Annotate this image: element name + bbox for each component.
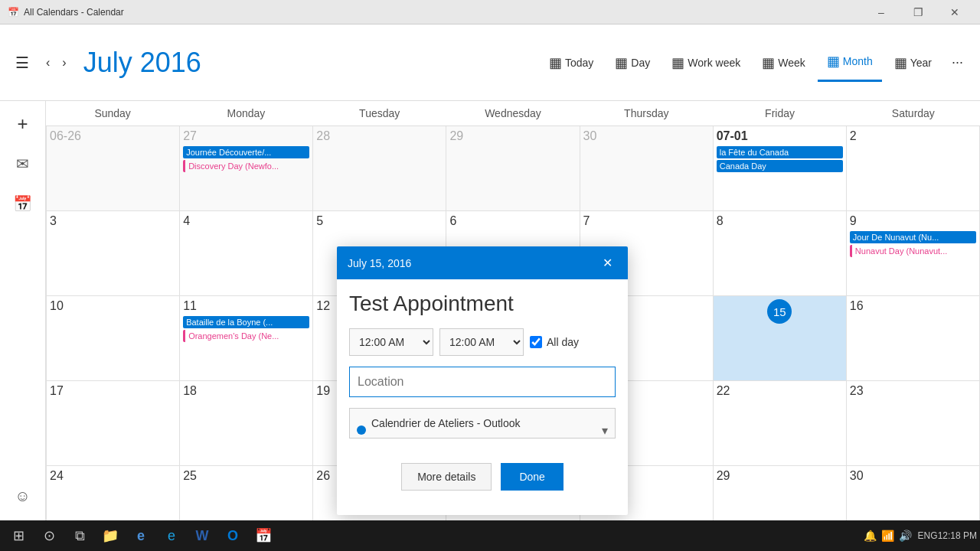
cell-date: 29 (449, 129, 576, 143)
cell-date: 4 (183, 214, 309, 228)
appointment-title: Test Appointment (349, 292, 616, 316)
calendar-cell-11[interactable]: 11 Bataille de la Boyne (... Orangemen's… (180, 296, 313, 381)
today-button[interactable]: ▦ Today (540, 44, 603, 82)
calendar-cell-04[interactable]: 4 (180, 211, 313, 296)
calendar-cell-0626[interactable]: 06-26 (47, 126, 180, 211)
restore-button[interactable]: ❐ (900, 0, 936, 24)
calendar-cell-03[interactable]: 3 (47, 211, 180, 296)
allday-checkbox[interactable] (530, 336, 542, 348)
network-icon: 📶 (881, 530, 894, 542)
notification-icon[interactable]: 🔔 (864, 530, 877, 542)
toolbar-left: ☰ ‹ › July 2016 (9, 47, 534, 79)
end-time-select[interactable]: 12:00 AM 12:30 AM 1:00 AM (439, 328, 524, 356)
calendar-cell-09[interactable]: 9 Jour De Nunavut (Nu... Nunavut Day (Nu… (847, 211, 980, 296)
cell-date: 06-26 (50, 129, 176, 143)
next-button[interactable]: › (57, 53, 70, 73)
done-button[interactable]: Done (501, 463, 563, 491)
calendar-select[interactable]: Calendrier de Ateliers - Outlook (349, 408, 616, 439)
week-icon: ▦ (762, 54, 775, 71)
year-icon: ▦ (894, 54, 907, 71)
calendar-cell-22[interactable]: 22 (714, 381, 847, 466)
add-event-button[interactable]: + (8, 109, 38, 139)
calendar-cell-29prev[interactable]: 29 (446, 126, 580, 211)
event-item[interactable]: Canada Day (717, 160, 843, 172)
day-button[interactable]: ▦ Day (606, 44, 659, 82)
location-input[interactable] (349, 367, 616, 397)
event-item[interactable]: Orangemen's Day (Ne... (183, 330, 309, 342)
nav-arrows: ‹ › (41, 53, 71, 73)
sidebar-mail-button[interactable]: ✉ (8, 148, 38, 179)
cell-date: 10 (50, 299, 176, 313)
modal-time-row: 12:00 AM 12:30 AM 1:00 AM 12:00 AM 12:30… (349, 328, 616, 356)
calendar-cell-15[interactable]: 15 (714, 296, 847, 381)
title-bar-title: All Calendars - Calendar (24, 7, 864, 18)
calendar-cell-30prev[interactable]: 30 (580, 126, 714, 211)
header-wednesday: Wednesday (446, 101, 580, 126)
cell-date: 30 (583, 129, 710, 143)
calendar-cell-17[interactable]: 17 (47, 381, 180, 466)
cell-date: 5 (316, 214, 443, 228)
calendar-cell-27prev[interactable]: 27 Journée Découverte/... Discovery Day … (180, 126, 313, 211)
volume-icon[interactable]: 🔊 (899, 530, 912, 542)
workweek-button[interactable]: ▦ Work week (662, 44, 750, 82)
week-button[interactable]: ▦ Week (753, 44, 815, 82)
prev-button[interactable]: ‹ (41, 53, 54, 73)
toolbar-right: ▦ Today ▦ Day ▦ Work week ▦ Week ▦ Month… (540, 44, 971, 82)
event-item[interactable]: Jour De Nunavut (Nu... (850, 231, 976, 243)
word-button[interactable]: W (187, 520, 217, 551)
event-item[interactable]: Journée Découverte/... (183, 146, 309, 158)
year-label: Year (910, 57, 932, 69)
cell-date: 23 (850, 384, 976, 398)
minimize-button[interactable]: – (864, 0, 899, 24)
title-bar: 📅 All Calendars - Calendar – ❐ ✕ (0, 0, 980, 24)
task-view-button[interactable]: ⧉ (64, 520, 95, 551)
calendar-cell-23[interactable]: 23 (847, 381, 980, 466)
header-saturday: Saturday (847, 101, 980, 126)
cell-date: 7 (583, 214, 710, 228)
explorer-button[interactable]: 📁 (95, 520, 126, 551)
close-button[interactable]: ✕ (937, 0, 972, 24)
sidebar-calendar-button[interactable]: 📅 (8, 188, 38, 219)
main-content: + ✉ 📅 ☺ ⚙ Sunday Monday Tuesday Wednesda… (0, 101, 980, 551)
search-button[interactable]: ⊙ (34, 520, 64, 551)
cell-date: 8 (717, 214, 843, 228)
header-tuesday: Tuesday (313, 101, 446, 126)
calendar-cell-08[interactable]: 8 (714, 211, 847, 296)
cell-date: 22 (717, 384, 843, 398)
cell-date: 30 (850, 469, 976, 483)
start-time-select[interactable]: 12:00 AM 12:30 AM 1:00 AM (349, 328, 433, 356)
cell-date-today: 15 (767, 299, 792, 324)
hamburger-button[interactable]: ☰ (9, 47, 35, 78)
event-item[interactable]: Discovery Day (Newfo... (183, 160, 309, 172)
taskbar-system-icons: 🔔 📶 🔊 (864, 530, 912, 542)
event-item[interactable]: Nunavut Day (Nunavut... (850, 245, 976, 257)
modal-close-button[interactable]: ✕ (598, 254, 617, 272)
cell-date: 3 (50, 214, 176, 228)
calendar-taskbar-button[interactable]: 📅 (248, 520, 279, 551)
sidebar-people-button[interactable]: ☺ (8, 481, 38, 511)
language-indicator: ENG (918, 530, 938, 541)
calendar-cell-02[interactable]: 2 (847, 126, 980, 211)
event-item[interactable]: Bataille de la Boyne (... (183, 316, 309, 328)
more-details-button[interactable]: More details (401, 463, 492, 491)
month-button[interactable]: ▦ Month (818, 44, 882, 82)
outlook-button[interactable]: O (217, 520, 248, 551)
edge-button[interactable]: e (126, 520, 156, 551)
ie-button[interactable]: e (156, 520, 187, 551)
cell-date: 2 (850, 129, 976, 143)
toolbar: ☰ ‹ › July 2016 ▦ Today ▦ Day ▦ Work wee… (0, 24, 980, 101)
cell-date: 6 (449, 214, 576, 228)
app-container: ☰ ‹ › July 2016 ▦ Today ▦ Day ▦ Work wee… (0, 24, 980, 551)
header-monday: Monday (179, 101, 312, 126)
calendar-cell-18[interactable]: 18 (180, 381, 313, 466)
calendar-cell-0701[interactable]: 07-01 la Fête du Canada Canada Day (714, 126, 847, 211)
calendar-cell-16[interactable]: 16 (847, 296, 980, 381)
more-options-button[interactable]: ··· (944, 50, 971, 75)
calendar-cell-10[interactable]: 10 (47, 296, 180, 381)
workweek-label: Work week (688, 57, 740, 69)
calendar-cell-28prev[interactable]: 28 (313, 126, 446, 211)
start-button[interactable]: ⊞ (3, 520, 34, 551)
event-item[interactable]: la Fête du Canada (717, 146, 843, 158)
year-button[interactable]: ▦ Year (885, 44, 941, 82)
week-label: Week (778, 57, 805, 69)
